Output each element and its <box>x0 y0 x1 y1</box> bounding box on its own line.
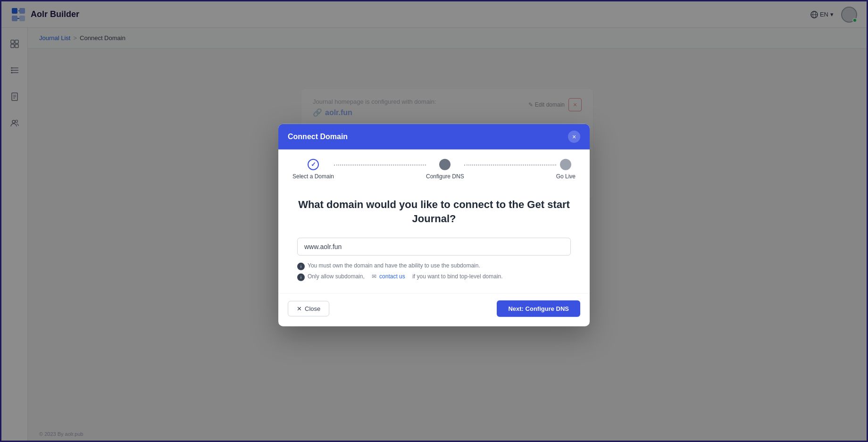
modal-question: What domain would you like to connect to… <box>297 197 571 226</box>
info-item-1: i You must own the domain and have the a… <box>297 262 571 270</box>
info-list: i You must own the domain and have the a… <box>297 262 571 281</box>
step-3: Go Live <box>556 158 576 179</box>
stepper-line-2 <box>464 164 556 165</box>
modal-close-x-button[interactable]: × <box>568 130 580 142</box>
modal-header: Connect Domain × <box>278 124 590 149</box>
step-1-label: Select a Domain <box>292 173 334 179</box>
info-icon-2: i <box>297 274 305 281</box>
contact-us-link[interactable]: contact us <box>379 273 405 280</box>
info-text-2-suffix: if you want to bind top-level domain. <box>412 273 502 280</box>
step-3-circle <box>560 158 571 170</box>
info-icon-1: i <box>297 263 305 270</box>
step-2-label: Configure DNS <box>426 173 464 179</box>
info-item-2: i Only allow subdomain, ✉ contact us if … <box>297 273 571 281</box>
info-text-2-prefix: Only allow subdomain, <box>308 273 365 280</box>
modal-title: Connect Domain <box>288 132 348 141</box>
next-configure-dns-button[interactable]: Next: Configure DNS <box>497 300 580 317</box>
stepper: ✓ Select a Domain Configure DNS Go Live <box>278 149 590 183</box>
step-2: Configure DNS <box>426 158 464 179</box>
modal-body: What domain would you like to connect to… <box>278 183 590 293</box>
connect-domain-modal: Connect Domain × ✓ Select a Domain Confi… <box>278 124 590 326</box>
step-1: ✓ Select a Domain <box>292 158 334 179</box>
step-3-label: Go Live <box>556 173 576 179</box>
step-1-circle: ✓ <box>308 158 319 170</box>
close-x-icon: ✕ <box>297 305 302 312</box>
modal-footer: ✕ Close Next: Configure DNS <box>278 293 590 326</box>
close-button[interactable]: ✕ Close <box>288 301 329 317</box>
email-icon: ✉ <box>372 273 376 280</box>
info-text-1: You must own the domain and have the abi… <box>308 262 480 269</box>
stepper-line-1 <box>334 164 426 165</box>
step-2-circle <box>439 158 451 170</box>
domain-input[interactable] <box>297 238 571 256</box>
